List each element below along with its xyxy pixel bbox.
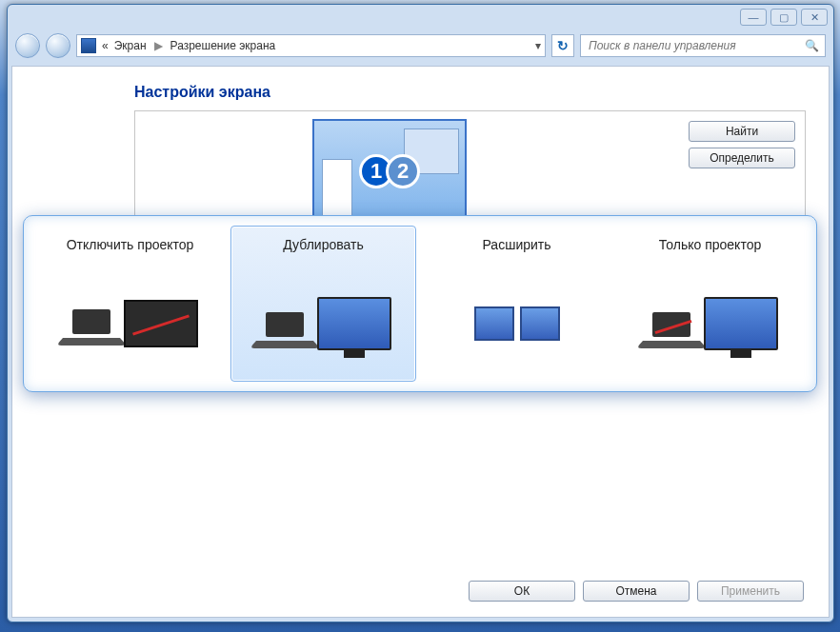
ok-button[interactable]: ОК <box>469 581 575 602</box>
disconnect-projector-icon <box>63 272 198 375</box>
display-icon <box>81 38 96 53</box>
forward-button[interactable] <box>46 33 70 58</box>
detect-button[interactable]: Найти <box>689 121 795 142</box>
identify-button[interactable]: Определить <box>689 148 795 168</box>
duplicate-icon <box>256 272 391 375</box>
refresh-button[interactable]: ↻ <box>551 34 574 57</box>
navbar: « Экран ▶ Разрешение экрана ▾ ↻ 🔍 <box>8 30 833 62</box>
apply-button: Применить <box>697 581 804 602</box>
projector-option-disconnect[interactable]: Отключить проектор <box>37 226 223 382</box>
page-title: Настройки экрана <box>134 84 810 101</box>
projector-option-projector-only-label: Только проектор <box>659 236 761 272</box>
maximize-button[interactable]: ▢ <box>770 9 797 26</box>
display-preview[interactable]: 1 2 <box>312 119 467 224</box>
breadcrumb-root[interactable]: Экран <box>114 39 147 52</box>
projector-mode-overlay: Отключить проектор Дублировать Расширить… <box>23 215 817 392</box>
address-bar[interactable]: « Экран ▶ Разрешение экрана ▾ <box>76 34 546 57</box>
close-button[interactable]: ✕ <box>801 9 828 26</box>
projector-only-icon <box>643 272 778 375</box>
breadcrumb-sep: ▶ <box>152 39 165 52</box>
search-box[interactable]: 🔍 <box>580 34 826 57</box>
monitor-numbers: 1 2 <box>363 154 416 188</box>
titlebar: — ▢ ✕ <box>8 5 833 30</box>
extend-icon <box>474 272 560 375</box>
breadcrumb-current[interactable]: Разрешение экрана <box>170 39 276 52</box>
projector-option-extend[interactable]: Расширить <box>424 226 610 382</box>
search-input[interactable] <box>587 38 805 53</box>
projector-option-disconnect-label: Отключить проектор <box>67 236 194 272</box>
back-button[interactable] <box>15 33 40 58</box>
dialog-buttons: ОК Отмена Применить <box>31 571 810 605</box>
address-dropdown-icon[interactable]: ▾ <box>535 39 541 52</box>
monitor-2-badge[interactable]: 2 <box>386 154 420 188</box>
cancel-button[interactable]: Отмена <box>583 581 690 602</box>
projector-option-projector-only[interactable]: Только проектор <box>617 226 803 382</box>
search-icon[interactable]: 🔍 <box>805 39 819 52</box>
projector-option-extend-label: Расширить <box>482 236 550 272</box>
breadcrumb-back: « <box>102 39 109 52</box>
projector-option-duplicate-label: Дублировать <box>283 236 363 272</box>
projector-option-duplicate[interactable]: Дублировать <box>230 226 416 382</box>
preview-side-buttons: Найти Определить <box>689 121 795 168</box>
minimize-button[interactable]: — <box>740 9 767 26</box>
